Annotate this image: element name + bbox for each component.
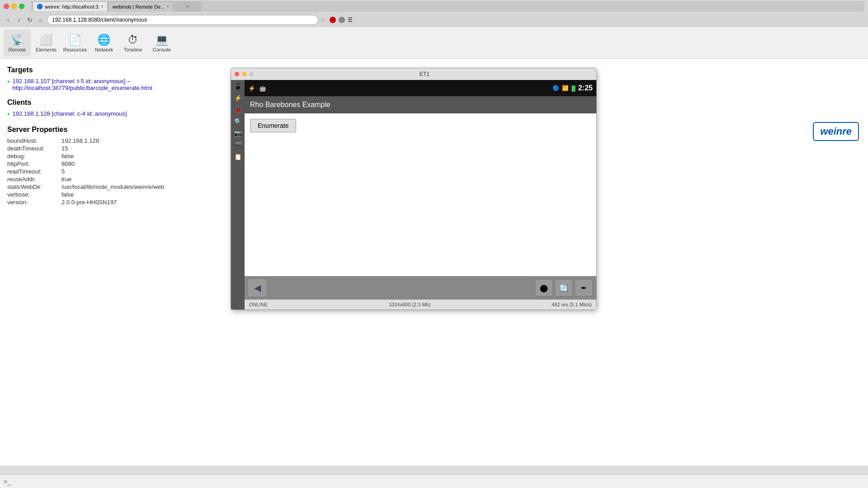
- prop-val: 8080: [61, 160, 75, 167]
- props-container: boundHost:192.168.1.128deathTimeout:15de…: [7, 137, 228, 206]
- tab-2-label: webmob | Remote De...: [113, 4, 165, 9]
- prop-val: /usr/local/lib/node_modules/weinre/web: [61, 183, 164, 190]
- prop-key: readTimeout:: [7, 168, 61, 175]
- network-label: Network: [95, 47, 113, 52]
- close-button[interactable]: [4, 4, 9, 9]
- status-resolution: 1024x600 (2.3 Mb): [389, 302, 430, 307]
- tabs-bar: 🔵 weinre: http://localhost:3... × webmob…: [31, 1, 864, 12]
- device-sidebar-doc-icon[interactable]: 📋: [234, 153, 242, 160]
- clients-section: Clients • 192.168.1.128 [channel: c-4 id…: [7, 99, 228, 118]
- prop-key: verbose:: [7, 191, 61, 198]
- prop-val: true: [61, 176, 71, 183]
- prop-key: httpPort:: [7, 160, 61, 167]
- prop-row: deathTimeout:15: [7, 145, 228, 152]
- device-window-title: ET1: [256, 71, 593, 77]
- prop-row: reuseAddr:true: [7, 176, 228, 183]
- client-link-1[interactable]: 192.168.1.128 [channel: c-4 id: anonymou…: [13, 110, 127, 117]
- device-screen-area: ⚡ 🤖 🔵 📶 ▓ 2:25 Rho Barebones Example: [245, 80, 596, 310]
- device-sidebar-usb-icon[interactable]: ⚡: [234, 94, 242, 102]
- battery-icon: ▓: [571, 85, 576, 91]
- target-item-1: • 192.168.1.107 [channel: t-5 id: anonym…: [7, 78, 228, 91]
- bullet-icon-1: •: [7, 78, 10, 86]
- elements-toolbar-btn[interactable]: ⬜ Elements: [33, 29, 60, 56]
- menu-icon[interactable]: ☰: [348, 17, 353, 23]
- tab-1-close[interactable]: ×: [101, 4, 104, 9]
- resources-label: Resources: [63, 47, 87, 52]
- back-nav-button[interactable]: ‹: [4, 15, 13, 24]
- device-min-button[interactable]: [242, 72, 246, 76]
- device-bottombar: ◀ ⬤ 🔄 ✒: [245, 276, 596, 300]
- enumerate-button[interactable]: Enumerate: [250, 119, 296, 132]
- prop-row: readTimeout:5: [7, 168, 228, 175]
- prop-key: staticWebDir:: [7, 183, 61, 190]
- tab-2-close[interactable]: ×: [166, 4, 169, 9]
- device-sidebar-search-icon[interactable]: 🔍: [234, 118, 242, 125]
- prop-key: debug:: [7, 153, 61, 160]
- resources-toolbar-btn[interactable]: 📄 Resources: [61, 29, 89, 56]
- prop-val: 192.168.1.128: [61, 137, 99, 144]
- clients-title: Clients: [7, 99, 228, 107]
- toolbar: 📡 Remote ⬜ Elements 📄 Resources 🌐 Networ…: [0, 27, 868, 59]
- left-panel: Targets • 192.168.1.107 [channel: t-5 id…: [0, 59, 235, 465]
- elements-icon: ⬜: [39, 33, 53, 46]
- back-arrow-icon: ◀: [254, 282, 261, 293]
- tab-new[interactable]: +: [174, 1, 201, 11]
- timeline-label: Timeline: [123, 47, 142, 52]
- prop-key: version:: [7, 199, 61, 206]
- elements-label: Elements: [36, 47, 57, 52]
- tab-1-label: weinre: http://localhost:3...: [45, 4, 99, 9]
- device-sidebar-camera-icon[interactable]: 📷: [234, 130, 242, 137]
- device-window: ET1 📱 ⚡ 🐞 🔍 📷 🎬 📋 ⚡ 🤖: [231, 68, 597, 310]
- remote-toolbar-btn[interactable]: 📡 Remote: [4, 29, 31, 56]
- device-max-button[interactable]: [249, 72, 254, 76]
- device-statusline: ONLINE 1024x600 (2.3 Mb) 462 ms (5.1 Mb/…: [245, 300, 596, 310]
- device-close-button[interactable]: [235, 72, 239, 76]
- traffic-lights: [4, 4, 24, 9]
- console-label: Console: [153, 47, 171, 52]
- android-left-icons: ⚡ 🤖: [248, 85, 266, 92]
- prop-key: reuseAddr:: [7, 176, 61, 183]
- prop-row: verbose:false: [7, 191, 228, 198]
- forward-nav-button[interactable]: ›: [14, 15, 24, 24]
- android-content: Enumerate: [245, 113, 596, 276]
- console-icon: 💻: [155, 33, 169, 46]
- device-sidebar-bug-icon[interactable]: 🐞: [234, 106, 242, 113]
- android-statusbar: ⚡ 🤖 🔵 📶 ▓ 2:25: [245, 80, 596, 96]
- console-toolbar-btn[interactable]: 💻 Console: [148, 29, 175, 56]
- server-props-title: Server Properties: [7, 126, 228, 134]
- android-icon-2: 🤖: [259, 85, 266, 92]
- network-toolbar-btn[interactable]: 🌐 Network: [90, 29, 118, 56]
- tab-1[interactable]: 🔵 weinre: http://localhost:3... ×: [33, 1, 108, 11]
- reload-button[interactable]: ↻: [25, 15, 34, 24]
- wifi-icon: 📶: [562, 85, 569, 91]
- tab-favicon: 🔵: [37, 4, 43, 9]
- prop-key: boundHost:: [7, 137, 61, 144]
- browser-chrome: 🔵 weinre: http://localhost:3... × webmob…: [0, 0, 868, 27]
- app-title: Rho Barebones Example: [250, 101, 330, 109]
- timeline-toolbar-btn[interactable]: ⏱ Timeline: [119, 29, 146, 56]
- home-button[interactable]: ⌂: [36, 15, 45, 24]
- bookmark-icon[interactable]: ☆: [320, 16, 326, 23]
- device-sidebar-film-icon[interactable]: 🎬: [234, 141, 242, 149]
- android-time: 2:25: [578, 84, 593, 92]
- android-right-icons: 🔵 📶 ▓ 2:25: [552, 84, 593, 92]
- android-back-button[interactable]: ◀: [248, 279, 266, 296]
- refresh-circle-icon: 🔄: [559, 284, 568, 292]
- prop-key: deathTimeout:: [7, 145, 61, 152]
- console-bar: >_: [0, 474, 868, 488]
- address-input[interactable]: [47, 15, 318, 25]
- prop-val: 5: [61, 168, 65, 175]
- device-right-btns: ⬤ 🔄 ✒: [535, 279, 593, 296]
- weinre-brand-logo: weinre: [813, 122, 859, 141]
- prop-row: boundHost:192.168.1.128: [7, 137, 228, 144]
- device-refresh-button[interactable]: 🔄: [555, 279, 573, 296]
- maximize-button[interactable]: [19, 4, 24, 9]
- minimize-button[interactable]: [11, 4, 17, 9]
- device-sidebar-phone-icon[interactable]: 📱: [234, 83, 242, 90]
- tab-2[interactable]: webmob | Remote De... ×: [108, 1, 173, 11]
- device-home-button[interactable]: ⬤: [535, 279, 553, 296]
- security-icon: [330, 17, 336, 23]
- device-body: 📱 ⚡ 🐞 🔍 📷 🎬 📋 ⚡ 🤖 🔵 📶: [231, 80, 596, 310]
- target-link-1[interactable]: 192.168.1.107 [channel: t-5 id: anonymou…: [13, 78, 228, 91]
- device-pen-button[interactable]: ✒: [575, 279, 593, 296]
